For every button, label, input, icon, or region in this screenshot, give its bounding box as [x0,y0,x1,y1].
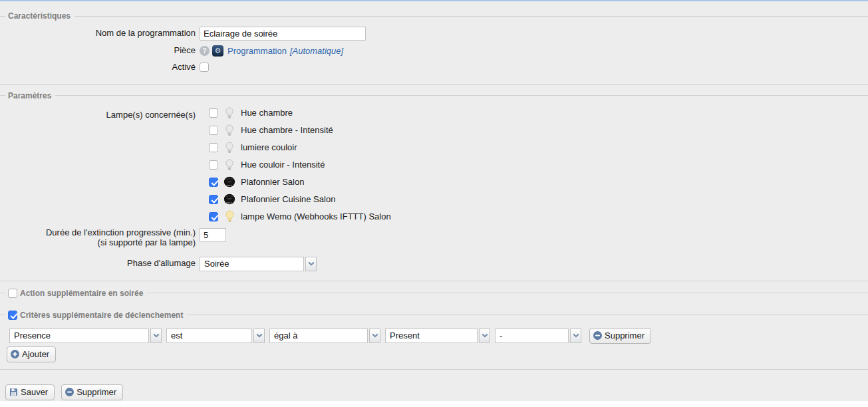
section-title: Action supplémentaire en soirée [17,289,147,298]
lamp-name: lampe Wemo (Webhooks IFTTT) Salon [241,211,391,221]
criteria-extra-value: - [495,329,569,343]
row-name: Nom de la programmation [0,27,868,41]
criteria-delete-button[interactable]: Supprimer [589,328,651,344]
lamp-checkbox[interactable] [209,160,218,170]
minus-icon [593,331,602,340]
lamp-checkbox[interactable] [209,178,218,187]
hue-bulb-icon [223,158,235,171]
save-button[interactable]: Sauver [5,384,55,400]
plus-icon [11,350,19,358]
lamp-name: Plafonnier Salon [241,177,304,187]
chevron-down-icon[interactable] [570,329,581,343]
name-input[interactable] [200,27,366,41]
criteria-extra-select[interactable]: - [495,329,581,343]
footer-actions: Sauver Supprimer [5,384,868,400]
duration-label: Durée de l'extinction progressive (min.)… [0,228,200,248]
hue-bulb-icon [223,106,235,119]
help-icon[interactable]: ? [200,46,210,56]
lamp-row: Hue chambre - Intensité [0,122,868,139]
lamp-row: Plafonnier Cuisine Salon [0,191,868,208]
minus-icon [65,388,74,396]
name-label: Nom de la programmation [0,29,200,39]
duration-label-line2: (si supporté par la lampe) [0,238,196,248]
section-criteres-legend: Critères supplémentaire de déclenchement [0,311,868,320]
lamp-checkbox[interactable] [209,195,218,204]
phase-select[interactable]: Soirée [200,257,317,271]
criteria-device-select[interactable]: Presence [9,329,162,343]
chevron-down-icon[interactable] [369,329,380,343]
phase-select-value: Soirée [200,257,304,271]
active-label: Activé [0,63,200,72]
delete-label: Supprimer [76,387,116,397]
lamp-row: lumiere couloir [0,139,868,156]
add-criteria-label: Ajouter [22,349,49,359]
criteria-delete-label: Supprimer [605,331,645,340]
ceiling-light-icon [223,176,235,188]
lamp-checkbox[interactable] [209,126,218,135]
chevron-down-icon[interactable] [479,329,490,343]
chevron-down-icon[interactable] [150,329,162,343]
active-checkbox[interactable] [200,63,209,72]
section-title: Critères supplémentaire de déclenchement [17,311,187,320]
save-label: Sauver [21,387,48,397]
phase-label: Phase d'allumage [0,259,200,269]
duration-label-line1: Durée de l'extinction progressive (min.) [0,228,196,238]
piece-link-suffix: [Automatique] [290,46,343,56]
ceiling-light-icon [223,193,235,205]
lamp-list: Hue chambre Hue chambre - Intensité lumi… [0,104,868,225]
criteria-value-select[interactable]: Present [385,329,490,343]
hue-bulb-icon [223,124,235,136]
delete-button[interactable]: Supprimer [61,384,123,400]
section-divider [0,84,868,85]
row-active: Activé [0,63,868,72]
piece-link[interactable]: Programmation [227,46,287,56]
section-parametres-legend: Paramètres [0,91,868,100]
lamp-checkbox[interactable] [209,108,218,118]
add-criteria-button[interactable]: Ajouter [7,346,56,362]
criteria-operator-value: égal à [269,329,368,343]
lamp-name: Hue couloir - Intensité [241,160,325,170]
add-criteria-row: Ajouter [7,346,868,362]
section-divider [0,281,868,281]
criteres-section-checkbox[interactable] [8,311,17,320]
criteria-operator-select[interactable]: égal à [269,329,380,343]
chevron-down-icon[interactable] [253,329,265,343]
criteria-row: Presence est égal à Present - Supprimer [9,328,868,344]
criteria-verb-value: est [166,329,252,343]
lamp-name: lumiere couloir [241,142,297,152]
duration-input[interactable] [200,228,226,242]
action-section-checkbox[interactable] [8,289,17,298]
row-piece: Pièce ? ⚙ Programmation [Automatique] [0,45,868,57]
lamps-label: Lampe(s) concernée(s) [0,107,200,120]
lamp-checkbox[interactable] [209,212,218,221]
lamp-row: lampe Wemo (Webhooks IFTTT) Salon [0,208,868,225]
lamp-name: Hue chambre [241,108,293,118]
yellow-bulb-icon [223,210,235,223]
lamp-name: Plafonnier Cuisine Salon [241,194,335,204]
lamp-name: Hue chambre - Intensité [241,125,333,135]
criteria-value-value: Present [385,329,478,343]
section-action-legend: Action supplémentaire en soirée [0,289,868,298]
chevron-down-icon[interactable] [305,257,317,271]
gear-room-icon: ⚙ [212,45,223,57]
lamp-checkbox[interactable] [209,143,218,152]
section-title: Caractéristiques [5,11,74,21]
piece-label: Pièce [0,46,200,56]
criteria-verb-select[interactable]: est [166,329,265,343]
section-caracteristiques-legend: Caractéristiques [0,1,868,21]
programmation-form-page: Caractéristiques Nom de la programmation… [0,0,868,401]
save-icon [9,388,18,396]
section-title: Paramètres [5,91,55,100]
hue-bulb-icon [223,141,235,154]
row-duration: Durée de l'extinction progressive (min.)… [0,228,868,248]
criteria-device-value: Presence [9,329,149,343]
row-phase: Phase d'allumage Soirée [0,257,868,271]
section-divider [0,369,868,370]
lamp-row: Hue couloir - Intensité [0,156,868,174]
lamp-row: Plafonnier Salon [0,174,868,191]
